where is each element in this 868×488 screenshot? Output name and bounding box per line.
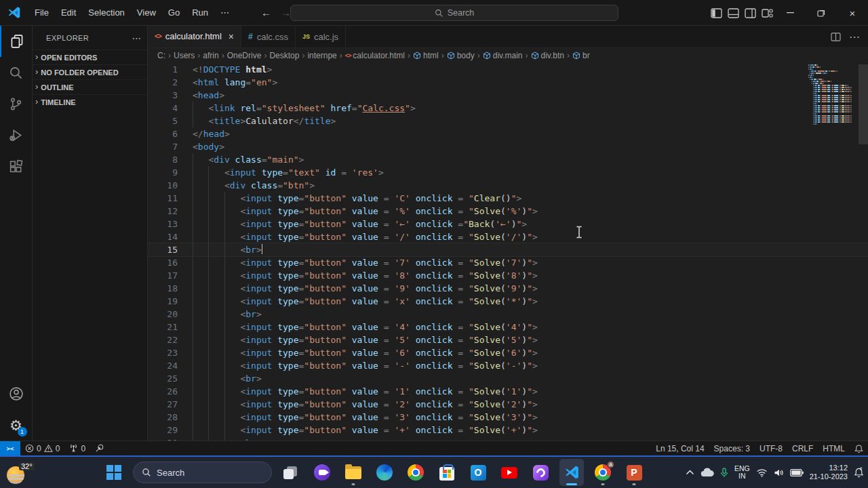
- edge-button[interactable]: [372, 459, 397, 486]
- onedrive-cloud-icon[interactable]: [701, 468, 714, 477]
- sidebar-section-timeline[interactable]: › TIMELINE: [33, 94, 147, 109]
- code-line[interactable]: 3<head>: [148, 89, 868, 102]
- code-line[interactable]: 26<input type="button" value = '1' oncli…: [148, 385, 868, 398]
- code-line[interactable]: 7<body>: [148, 140, 868, 153]
- toggle-panel-icon[interactable]: [728, 8, 739, 18]
- breadcrumb-item[interactable]: Users: [174, 51, 195, 60]
- wifi-icon[interactable]: [756, 468, 768, 477]
- toggle-sidebar-icon[interactable]: [711, 8, 722, 18]
- breadcrumb-item[interactable]: internpe: [307, 51, 336, 60]
- code-line[interactable]: 2<html lang="en">: [148, 76, 868, 89]
- taskbar-clock[interactable]: 13:12 21-10-2023: [810, 464, 848, 481]
- breadcrumb-item[interactable]: body: [447, 51, 475, 60]
- split-editor-icon[interactable]: [831, 33, 841, 41]
- menu-view[interactable]: View: [131, 5, 162, 20]
- sidebar-section-no-folder[interactable]: › NO FOLDER OPENED: [33, 64, 147, 79]
- remote-indicator[interactable]: ><: [0, 441, 20, 456]
- volume-icon[interactable]: [774, 468, 784, 477]
- code-line[interactable]: 28<input type="button" value = '3' oncli…: [148, 411, 868, 424]
- code-line[interactable]: 15<br>: [148, 243, 868, 256]
- breadcrumb-item[interactable]: html: [413, 51, 439, 60]
- tab-calc-css[interactable]: # calc.css: [241, 26, 296, 47]
- settings-gear-icon[interactable]: ⚙ 1: [0, 409, 33, 441]
- language-mode[interactable]: HTML: [818, 441, 850, 456]
- forward-arrow-icon[interactable]: →: [281, 7, 291, 18]
- code-line[interactable]: 12<input type="button" value = '%' oncli…: [148, 205, 868, 218]
- code-line[interactable]: 16<input type="button" value = '7' oncli…: [148, 256, 868, 269]
- close-button[interactable]: ×: [837, 0, 868, 26]
- code-line[interactable]: 24<input type="button" value = '-' oncli…: [148, 359, 868, 372]
- run-debug-icon[interactable]: [0, 119, 33, 150]
- code-line[interactable]: 6</head>: [148, 127, 868, 140]
- notifications-bell-icon[interactable]: [850, 441, 868, 456]
- vscode-taskbar-button[interactable]: [559, 459, 584, 486]
- breadcrumb-item[interactable]: <>calculator.html: [345, 51, 405, 60]
- code-line[interactable]: 25<br>: [148, 372, 868, 385]
- code-line[interactable]: 14<input type="button" value = '/' oncli…: [148, 230, 868, 243]
- weather-widget[interactable]: 32°: [7, 461, 102, 484]
- minimap[interactable]: [808, 64, 856, 125]
- breadcrumb-item[interactable]: br: [572, 51, 590, 60]
- sidebar-section-outline[interactable]: › OUTLINE: [33, 79, 147, 94]
- code-line[interactable]: 19<input type="button" value = 'x' oncli…: [148, 295, 868, 308]
- feedback-indicator[interactable]: [90, 441, 108, 456]
- code-line[interactable]: 29<input type="button" value = '+' oncli…: [148, 424, 868, 436]
- eol-sequence[interactable]: CRLF: [787, 441, 818, 456]
- code-line[interactable]: 23<input type="button" value = '6' oncli…: [148, 346, 868, 359]
- breadcrumb-item[interactable]: div.main: [483, 51, 523, 60]
- task-view-button[interactable]: [279, 459, 303, 486]
- cursor-position[interactable]: Ln 15, Col 14: [651, 441, 709, 456]
- language-indicator[interactable]: ENG IN: [734, 465, 750, 480]
- battery-icon[interactable]: [790, 469, 804, 476]
- menu-go[interactable]: Go: [162, 5, 186, 20]
- code-line[interactable]: 10<div class="btn">: [148, 179, 868, 192]
- toggle-secondary-sidebar-icon[interactable]: [745, 8, 756, 18]
- breadcrumb[interactable]: C:›Users›afrin›OneDrive›Desktop›internpe…: [148, 48, 868, 63]
- outlook-button[interactable]: O: [466, 459, 490, 486]
- sidebar-more-icon[interactable]: ⋯: [132, 33, 142, 43]
- chrome-profile-button[interactable]: A: [591, 459, 615, 486]
- indentation[interactable]: Spaces: 3: [709, 441, 755, 456]
- search-sidebar-icon[interactable]: [0, 57, 33, 88]
- minimize-button[interactable]: [774, 0, 806, 26]
- editor-scrollbar[interactable]: [859, 63, 868, 441]
- menu-file[interactable]: File: [28, 5, 55, 20]
- extensions-icon[interactable]: [0, 150, 33, 182]
- tab-calc-js[interactable]: JS calc.js: [296, 26, 346, 47]
- notification-bell-icon[interactable]: [854, 467, 864, 478]
- powerpoint-button[interactable]: P: [622, 459, 646, 486]
- clipchamp-button[interactable]: [310, 459, 334, 486]
- source-control-icon[interactable]: [0, 88, 33, 119]
- tab-calculator-html[interactable]: <> calculator.html ×: [148, 26, 241, 47]
- code-line[interactable]: 11<input type="button" value = 'C' oncli…: [148, 192, 868, 205]
- breadcrumb-item[interactable]: OneDrive: [227, 51, 262, 60]
- code-line[interactable]: 21<input type="button" value = '4' oncli…: [148, 321, 868, 333]
- code-line[interactable]: 18<input type="button" value = '9' oncli…: [148, 282, 868, 295]
- code-line[interactable]: 27<input type="button" value = '2' oncli…: [148, 398, 868, 411]
- tab-close-icon[interactable]: ×: [229, 31, 234, 42]
- code-line[interactable]: 13<input type="button" value = '←' oncli…: [148, 218, 868, 230]
- chrome-button[interactable]: [403, 459, 428, 486]
- code-line[interactable]: 1<!DOCTYPE html>: [148, 63, 868, 76]
- menu-more[interactable]: ⋯: [214, 5, 235, 20]
- start-button[interactable]: [102, 459, 126, 486]
- account-icon[interactable]: [0, 378, 33, 409]
- code-line[interactable]: 30<br>: [148, 436, 868, 441]
- ports-indicator[interactable]: 0: [64, 441, 90, 456]
- command-center-search[interactable]: Search: [290, 5, 618, 21]
- breadcrumb-item[interactable]: C:: [157, 51, 165, 60]
- restore-button[interactable]: [806, 0, 837, 26]
- menu-run[interactable]: Run: [186, 5, 214, 20]
- code-line[interactable]: 5<title>Calulator</title>: [148, 115, 868, 127]
- problems-indicator[interactable]: 0 0: [20, 441, 64, 456]
- breadcrumb-item[interactable]: div.btn: [531, 51, 564, 60]
- explorer-icon[interactable]: [0, 26, 33, 57]
- scrollbar-thumb[interactable]: [859, 64, 868, 144]
- customize-layout-icon[interactable]: [762, 8, 773, 18]
- taskbar-search[interactable]: Search: [133, 462, 272, 483]
- microsoft-store-button[interactable]: [435, 459, 459, 486]
- menu-edit[interactable]: Edit: [55, 5, 82, 20]
- code-line[interactable]: 17<input type="button" value = '8' oncli…: [148, 269, 868, 282]
- menu-selection[interactable]: Selection: [82, 5, 130, 20]
- code-line[interactable]: 22<input type="button" value = '5' oncli…: [148, 333, 868, 346]
